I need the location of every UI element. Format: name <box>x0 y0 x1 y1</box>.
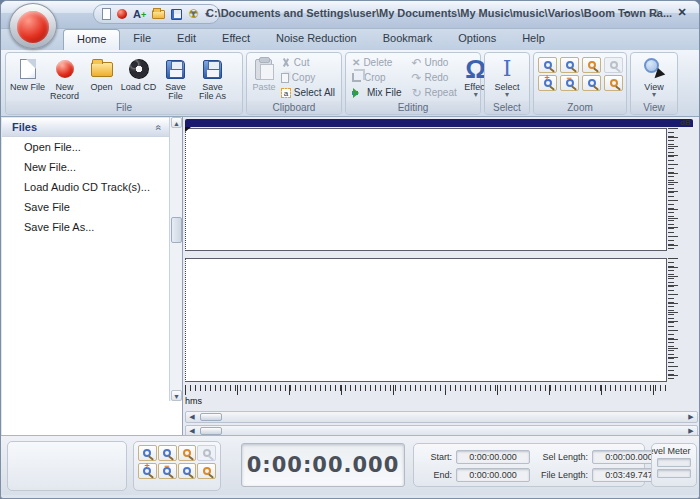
zoom-in-button[interactable]: + <box>538 75 557 91</box>
restore-button[interactable]: □ <box>645 6 663 20</box>
cursor-marker-icon <box>185 127 191 132</box>
zoom-out-horizontal-icon <box>566 61 574 69</box>
ribbon-mix-file-button[interactable]: Mix File <box>349 85 404 100</box>
zoom-window-icon <box>183 449 191 457</box>
horizontal-scrollbar-1[interactable]: ◀ ▶ <box>185 411 698 423</box>
ribbon-group-select: I Select ▾ Select <box>484 52 530 115</box>
zoom-out-button[interactable]: − <box>560 75 579 91</box>
open-icon <box>91 62 113 77</box>
zoom-in-horizontal-button[interactable] <box>538 57 557 73</box>
ribbon-save-file-as-button[interactable]: Save File As <box>194 55 231 103</box>
zoom-out-horizontal-button[interactable] <box>158 445 177 461</box>
view-button[interactable]: View ▾ <box>634 55 674 103</box>
tab-effect[interactable]: Effect <box>209 29 263 50</box>
zoom-window-icon <box>588 61 596 69</box>
zoom-all-button[interactable] <box>197 463 216 479</box>
zoom-selection-button[interactable] <box>178 463 197 479</box>
ribbon-group-clipboard-label: Clipboard <box>247 101 341 114</box>
zoom-in-horizontal-button[interactable] <box>138 445 157 461</box>
ribbon-tab-row: HomeFileEditEffectNoise ReductionBookmar… <box>1 29 700 50</box>
ribbon-group-editing: ✕DeleteCropMix File ↶Undo↷Redo↻Repeat Ω … <box>345 52 481 115</box>
time-ruler[interactable]: hms <box>185 384 667 408</box>
ribbon-undo-button: ↶Undo <box>408 55 459 70</box>
waveform-channel-left[interactable] <box>185 128 667 251</box>
start-value: 0:00:00.000 <box>456 450 530 464</box>
zoom-all-button[interactable] <box>604 75 623 91</box>
zoom-window-button[interactable] <box>178 445 197 461</box>
scroll-left-icon[interactable]: ◀ <box>186 412 198 422</box>
sidebar-item-save-file[interactable]: Save File <box>2 197 170 217</box>
undo-icon: ↶ <box>411 58 421 68</box>
minimize-button[interactable]: – <box>617 6 635 20</box>
zoom-window-button[interactable] <box>582 57 601 73</box>
ribbon-new-file-button[interactable]: New File <box>9 55 46 103</box>
scroll-thumb[interactable] <box>200 427 222 435</box>
zoom-vertical-button <box>197 445 216 461</box>
sidebar-scrollbar[interactable]: ▲ ▼ <box>169 117 182 401</box>
sidebar-scroll-up-icon[interactable]: ▲ <box>171 117 182 128</box>
ribbon-group-zoom-label: Zoom <box>534 101 626 114</box>
db-scale-left <box>668 128 698 251</box>
start-label: Start: <box>420 452 454 462</box>
ribbon-crop-button: Crop <box>349 70 404 85</box>
zoom-in-button[interactable]: + <box>138 463 157 479</box>
ribbon-group-file: New FileNew RecordOpenLoad CDSave FileSa… <box>5 52 243 115</box>
effect-dropdown-icon: ▾ <box>474 92 478 98</box>
sidebar-item-new-file[interactable]: New File... <box>2 157 170 177</box>
new-file-icon[interactable] <box>102 8 111 20</box>
ribbon-save-file-button[interactable]: Save File <box>157 55 194 103</box>
zoom-selection-button[interactable] <box>582 75 601 91</box>
ribbon-new-record-button[interactable]: New Record <box>46 55 83 103</box>
db-scale-right <box>668 258 698 382</box>
zoom-out-icon: − <box>163 467 171 475</box>
tab-help[interactable]: Help <box>509 29 558 50</box>
sidebar-scroll-down-icon[interactable]: ▼ <box>171 390 182 401</box>
waveform-channel-right[interactable] <box>185 258 667 382</box>
tab-bookmark[interactable]: Bookmark <box>370 29 446 50</box>
ribbon-select-all-button[interactable]: aSelect All <box>278 85 338 100</box>
open-folder-icon[interactable] <box>152 10 165 19</box>
sidebar-item-open-file[interactable]: Open File... <box>2 137 170 157</box>
sidebar-item-load-audio-cd-track-s[interactable]: Load Audio CD Track(s)... <box>2 177 170 197</box>
application-menu-button[interactable] <box>9 3 57 49</box>
title-separator-icon: ▾ <box>191 8 196 18</box>
sel-length-label: Sel Length: <box>532 452 590 462</box>
select-button[interactable]: I Select ▾ <box>488 55 526 103</box>
tab-file[interactable]: File <box>120 29 164 50</box>
end-value: 0:00:00.000 <box>456 468 530 482</box>
paste-icon <box>255 59 272 80</box>
save-icon[interactable] <box>171 9 182 20</box>
redo-icon: ↷ <box>411 73 421 83</box>
wave-window-title-strip[interactable] <box>185 119 693 127</box>
window-title: C:\Documents and Settings\user\My Docume… <box>206 7 672 19</box>
sidebar-section-files[interactable]: Files« <box>2 117 170 137</box>
collapse-chevron-icon[interactable]: « <box>154 124 165 130</box>
ribbon-open-button[interactable]: Open <box>83 55 120 103</box>
zoom-all-icon <box>203 467 211 475</box>
paste-button[interactable]: Paste <box>250 55 278 103</box>
sidebar-scroll-thumb[interactable] <box>171 217 182 243</box>
current-position-value: 0:00:00.000 <box>247 453 400 477</box>
mix-file-icon <box>352 88 364 98</box>
tab-noise-reduction[interactable]: Noise Reduction <box>263 29 370 50</box>
zoom-out-horizontal-button[interactable] <box>560 57 579 73</box>
ribbon-group-view-label: View <box>631 101 677 114</box>
tab-options[interactable]: Options <box>445 29 509 50</box>
tab-home[interactable]: Home <box>63 29 120 50</box>
scroll-right-icon[interactable]: ▶ <box>685 412 697 422</box>
font-effect-icon[interactable]: A+ <box>133 9 146 20</box>
level-meter-label: Level Meter <box>651 446 696 456</box>
zoom-out-button[interactable]: − <box>158 463 177 479</box>
select-all-icon: a <box>281 88 291 98</box>
waveform-editor: dB hms ◀ ▶ ◀ ▶ <box>183 117 700 435</box>
cut-icon <box>281 58 291 68</box>
ribbon-group-select-label: Select <box>485 101 529 114</box>
title-bar[interactable]: A+ ☢ ▾ ▾ C:\Documents and Settings\user\… <box>1 1 700 29</box>
sidebar-item-save-file-as[interactable]: Save File As... <box>2 217 170 237</box>
ribbon-load-cd-button[interactable]: Load CD <box>120 55 157 103</box>
ribbon-delete-button: ✕Delete <box>349 55 404 70</box>
tab-edit[interactable]: Edit <box>164 29 209 50</box>
scroll-thumb[interactable] <box>200 413 222 421</box>
close-button[interactable]: ✕ <box>673 6 691 20</box>
record-icon[interactable] <box>117 9 127 19</box>
